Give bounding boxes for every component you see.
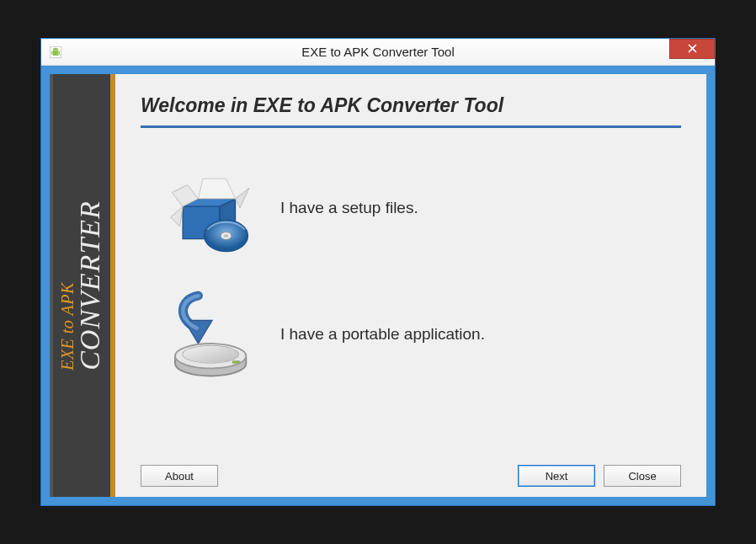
svg-rect-4 xyxy=(51,51,52,54)
page-heading: Welcome in EXE to APK Converter Tool xyxy=(141,94,681,128)
content-border: EXE to APK CONVERTER Welcome in EXE to A… xyxy=(41,66,715,505)
titlebar[interactable]: EXE to APK Converter Tool xyxy=(41,39,715,66)
window-close-button[interactable] xyxy=(669,39,715,59)
svg-point-21 xyxy=(183,346,238,363)
sidebar-line2: CONVERTER xyxy=(76,200,104,371)
next-button[interactable]: Next xyxy=(518,465,595,487)
svg-marker-11 xyxy=(236,188,250,208)
option-setup-label: I have a setup files. xyxy=(280,199,418,217)
window-title: EXE to APK Converter Tool xyxy=(41,45,715,59)
svg-marker-10 xyxy=(199,179,236,199)
close-icon xyxy=(688,44,697,53)
sidebar: EXE to APK CONVERTER xyxy=(50,74,115,497)
setup-box-disc-icon xyxy=(166,162,258,254)
content-inner: EXE to APK CONVERTER Welcome in EXE to A… xyxy=(50,74,706,497)
download-drive-icon xyxy=(166,288,258,381)
svg-marker-12 xyxy=(171,206,184,227)
option-portable-label: I have a portable application. xyxy=(280,325,485,344)
svg-point-3 xyxy=(56,49,57,50)
close-button[interactable]: Close xyxy=(604,465,681,487)
svg-rect-22 xyxy=(232,360,240,364)
option-portable-app[interactable]: I have a portable application. xyxy=(141,288,681,381)
svg-point-16 xyxy=(224,234,229,237)
main-panel: Welcome in EXE to APK Converter Tool xyxy=(115,74,706,497)
option-setup-files[interactable]: I have a setup files. xyxy=(141,162,681,254)
app-window: EXE to APK Converter Tool EXE to APK CON… xyxy=(40,38,716,506)
svg-point-2 xyxy=(54,49,55,50)
sidebar-logo-text: EXE to APK CONVERTER xyxy=(59,200,104,371)
svg-rect-5 xyxy=(59,51,60,54)
footer-bar: About Next Close xyxy=(141,458,681,487)
android-icon xyxy=(48,45,63,60)
about-button[interactable]: About xyxy=(141,465,218,487)
svg-rect-1 xyxy=(53,51,59,55)
